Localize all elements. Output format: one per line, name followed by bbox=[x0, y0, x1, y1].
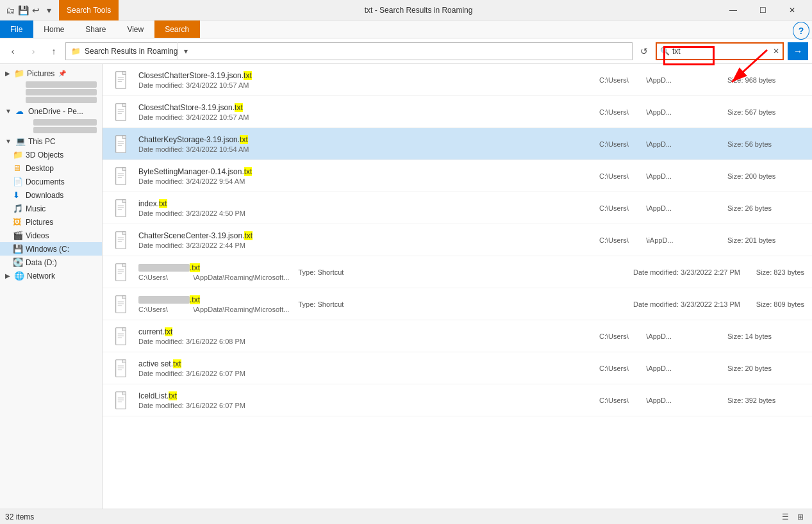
file-name: IceldList.txt bbox=[138, 391, 586, 400]
sidebar-label: Documents bbox=[26, 177, 65, 186]
network-icon: 🌐 bbox=[14, 271, 24, 281]
file-type: Type: Shortcut bbox=[299, 300, 427, 308]
details-view-icon[interactable]: ⊞ bbox=[794, 511, 807, 523]
up-button[interactable]: ↑ bbox=[45, 42, 63, 60]
file-item[interactable]: IceldList.txt Date modified: 3/16/2022 6… bbox=[103, 384, 812, 416]
tab-home[interactable]: Home bbox=[33, 20, 75, 38]
file-info: .txt C:\Users\ \AppData\Roaming\Microsof… bbox=[138, 263, 299, 281]
close-button[interactable]: ✕ bbox=[777, 0, 807, 20]
file-size: Size: 26 bytes bbox=[727, 204, 804, 212]
file-icon bbox=[110, 389, 133, 412]
sidebar-item-3dobjects[interactable]: 📁 3D Objects bbox=[0, 148, 102, 161]
file-size: Size: 392 bytes bbox=[727, 397, 804, 404]
expand-icon: ▶ bbox=[5, 70, 10, 77]
search-box[interactable]: 🔍 ✕ bbox=[656, 42, 784, 60]
tab-search[interactable]: Search bbox=[154, 20, 200, 38]
file-size: Size: 201 bytes bbox=[727, 236, 804, 244]
sidebar-item-music[interactable]: 🎵 Music bbox=[0, 202, 102, 215]
file-item[interactable]: ChatterKeyStorage-3.19.json.txt Date mod… bbox=[103, 128, 812, 160]
svg-rect-53 bbox=[123, 391, 126, 395]
address-path: Search Results in Roaming bbox=[85, 47, 178, 56]
file-info: ChatterSceneCenter-3.19.json.txt Date mo… bbox=[138, 231, 586, 249]
file-name: .txt bbox=[138, 295, 299, 304]
back-button[interactable]: ‹ bbox=[4, 42, 22, 60]
sidebar-label: Network bbox=[27, 272, 55, 281]
address-box[interactable]: 📁 Search Results in Roaming ▾ bbox=[65, 42, 633, 60]
file-item[interactable]: ClosestChatterStore-3.19.json.txt Date m… bbox=[103, 64, 812, 96]
file-info: active set.txt Date modified: 3/16/2022 … bbox=[138, 359, 586, 377]
sidebar-label: OneDrive - Pe... bbox=[28, 107, 83, 116]
sidebar-item-desktop[interactable]: 🖥 Desktop bbox=[0, 161, 102, 175]
maximize-button[interactable]: ☐ bbox=[748, 0, 777, 20]
view-icons: ☰ ⊞ bbox=[779, 511, 807, 523]
chevron-down-icon[interactable]: ▾ bbox=[44, 5, 54, 15]
search-go-button[interactable]: → bbox=[788, 42, 808, 60]
sidebar-item-network[interactable]: ▶ 🌐 Network bbox=[0, 269, 102, 282]
file-size: Size: 56 bytes bbox=[727, 140, 804, 148]
pictures-icon: 🖼 bbox=[13, 217, 23, 227]
title-bar: 🗂 💾 ↩ ▾ Search Tools txt - Search Result… bbox=[0, 0, 812, 20]
file-meta: Date modified: 3/16/2022 6:07 PM bbox=[138, 370, 586, 377]
sidebar-item-downloads[interactable]: ⬇ Downloads bbox=[0, 188, 102, 202]
file-icon bbox=[110, 261, 133, 284]
svg-rect-43 bbox=[123, 327, 126, 331]
file-item[interactable]: index.txt Date modified: 3/23/2022 4:50 … bbox=[103, 192, 812, 224]
save-icon[interactable]: 💾 bbox=[18, 5, 28, 15]
svg-rect-3 bbox=[123, 71, 126, 74]
sidebar-placeholder bbox=[26, 89, 97, 95]
window-title: txt - Search Results in Roaming bbox=[119, 6, 718, 15]
tab-view[interactable]: View bbox=[117, 20, 154, 38]
file-item[interactable]: ByteSettingManager-0.14.json.txt Date mo… bbox=[103, 160, 812, 192]
forward-button[interactable]: › bbox=[24, 42, 42, 60]
file-icon bbox=[110, 229, 133, 252]
tab-file[interactable]: File bbox=[0, 20, 33, 38]
file-info: index.txt Date modified: 3/23/2022 4:50 … bbox=[138, 199, 586, 217]
file-item[interactable]: active set.txt Date modified: 3/16/2022 … bbox=[103, 352, 812, 384]
sidebar-item-windows-c[interactable]: 💾 Windows (C: bbox=[0, 242, 102, 256]
file-icon bbox=[110, 69, 133, 92]
file-item[interactable]: .txt C:\Users\ \AppData\Roaming\Microsof… bbox=[103, 288, 812, 320]
file-meta: Date modified: 3/16/2022 6:08 PM bbox=[138, 338, 586, 345]
tab-share[interactable]: Share bbox=[75, 20, 117, 38]
address-chevron[interactable]: ▾ bbox=[178, 42, 193, 60]
search-clear-button[interactable]: ✕ bbox=[770, 47, 783, 56]
sidebar-item-documents[interactable]: 📄 Documents bbox=[0, 175, 102, 188]
file-path: C:\Users\ \AppD... bbox=[599, 140, 727, 148]
file-info: .txt C:\Users\ \AppData\Roaming\Microsof… bbox=[138, 295, 299, 313]
file-name: ClosestChatterStore-3.19.json.txt bbox=[138, 71, 586, 80]
sidebar-item-thispc[interactable]: ▼ 💻 This PC bbox=[0, 135, 102, 148]
sidebar-label: Data (D:) bbox=[26, 258, 57, 267]
sidebar-label: Windows (C: bbox=[26, 245, 69, 254]
item-count: 32 items bbox=[5, 512, 34, 521]
file-size: Size: 200 bytes bbox=[727, 172, 804, 180]
ribbon: File Home Share View Search ? bbox=[0, 20, 812, 38]
search-input[interactable] bbox=[672, 47, 770, 56]
file-item[interactable]: ClosestChatStore-3.19.json.txt Date modi… bbox=[103, 96, 812, 128]
file-item[interactable]: current.txt Date modified: 3/16/2022 6:0… bbox=[103, 320, 812, 352]
sidebar-placeholder bbox=[26, 81, 97, 88]
file-size: Size: 20 bytes bbox=[727, 364, 804, 372]
file-icon bbox=[110, 197, 133, 220]
main-layout: ▶ 📁 Pictures 📌 ▼ ☁ OneDrive - Pe... ▼ 💻 … bbox=[0, 64, 812, 509]
refresh-button[interactable]: ↺ bbox=[635, 42, 653, 60]
file-info: current.txt Date modified: 3/16/2022 6:0… bbox=[138, 327, 586, 345]
svg-rect-48 bbox=[123, 359, 126, 363]
sidebar-item-pictures[interactable]: 🖼 Pictures bbox=[0, 215, 102, 229]
undo-icon[interactable]: ↩ bbox=[31, 5, 41, 15]
list-view-icon[interactable]: ☰ bbox=[779, 511, 791, 523]
file-item[interactable]: ChatterSceneCenter-3.19.json.txt Date mo… bbox=[103, 224, 812, 256]
folder-icon: 📁 bbox=[14, 69, 24, 78]
sidebar-item-pictures-pinned[interactable]: ▶ 📁 Pictures 📌 bbox=[0, 67, 102, 80]
help-button[interactable]: ? bbox=[793, 22, 809, 40]
sidebar-item-data-d[interactable]: 💽 Data (D:) bbox=[0, 256, 102, 269]
sidebar-label: 3D Objects bbox=[26, 151, 63, 160]
sidebar-item-videos[interactable]: 🎬 Videos bbox=[0, 229, 102, 242]
file-icon bbox=[110, 133, 133, 156]
expand-icon: ▼ bbox=[5, 138, 12, 145]
cloud-icon: ☁ bbox=[15, 106, 26, 116]
file-item[interactable]: .txt C:\Users\ \AppData\Roaming\Microsof… bbox=[103, 256, 812, 288]
window-controls: — ☐ ✕ bbox=[718, 0, 807, 20]
sidebar-item-onedrive[interactable]: ▼ ☁ OneDrive - Pe... bbox=[0, 104, 102, 118]
search-tools-tab[interactable]: Search Tools bbox=[59, 0, 119, 20]
minimize-button[interactable]: — bbox=[718, 0, 748, 20]
